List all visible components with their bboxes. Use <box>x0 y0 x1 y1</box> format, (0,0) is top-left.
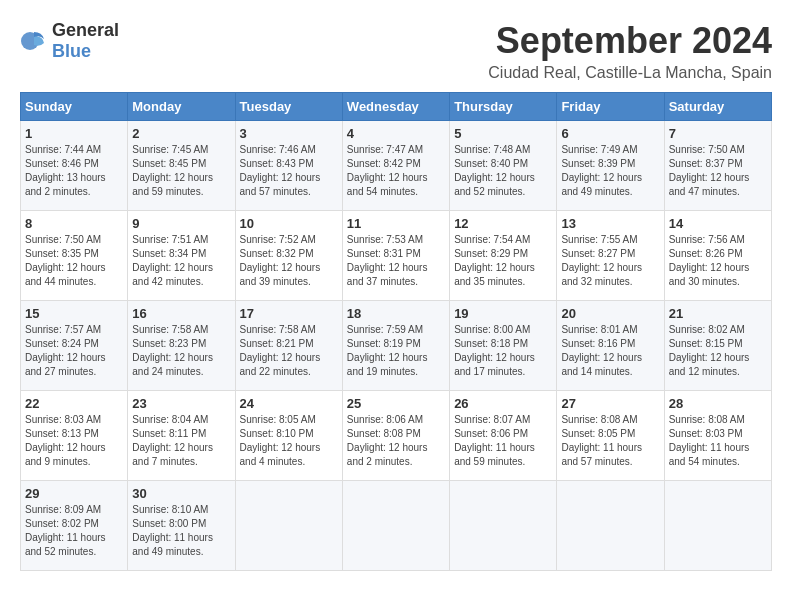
cell-content: Sunrise: 8:08 AMSunset: 8:03 PMDaylight:… <box>669 413 767 469</box>
table-cell <box>450 481 557 571</box>
day-number: 24 <box>240 396 338 411</box>
table-cell: 9 Sunrise: 7:51 AMSunset: 8:34 PMDayligh… <box>128 211 235 301</box>
day-number: 28 <box>669 396 767 411</box>
cell-content: Sunrise: 7:50 AMSunset: 8:35 PMDaylight:… <box>25 233 123 289</box>
table-cell: 12 Sunrise: 7:54 AMSunset: 8:29 PMDaylig… <box>450 211 557 301</box>
table-cell: 21 Sunrise: 8:02 AMSunset: 8:15 PMDaylig… <box>664 301 771 391</box>
cell-content: Sunrise: 7:52 AMSunset: 8:32 PMDaylight:… <box>240 233 338 289</box>
cell-content: Sunrise: 8:03 AMSunset: 8:13 PMDaylight:… <box>25 413 123 469</box>
cell-content: Sunrise: 7:45 AMSunset: 8:45 PMDaylight:… <box>132 143 230 199</box>
table-cell: 16 Sunrise: 7:58 AMSunset: 8:23 PMDaylig… <box>128 301 235 391</box>
cell-content: Sunrise: 8:01 AMSunset: 8:16 PMDaylight:… <box>561 323 659 379</box>
table-cell: 11 Sunrise: 7:53 AMSunset: 8:31 PMDaylig… <box>342 211 449 301</box>
table-cell: 14 Sunrise: 7:56 AMSunset: 8:26 PMDaylig… <box>664 211 771 301</box>
table-cell: 28 Sunrise: 8:08 AMSunset: 8:03 PMDaylig… <box>664 391 771 481</box>
logo-icon <box>20 27 48 55</box>
table-cell: 1 Sunrise: 7:44 AMSunset: 8:46 PMDayligh… <box>21 121 128 211</box>
table-cell: 2 Sunrise: 7:45 AMSunset: 8:45 PMDayligh… <box>128 121 235 211</box>
table-cell: 3 Sunrise: 7:46 AMSunset: 8:43 PMDayligh… <box>235 121 342 211</box>
table-row: 22 Sunrise: 8:03 AMSunset: 8:13 PMDaylig… <box>21 391 772 481</box>
day-number: 6 <box>561 126 659 141</box>
day-number: 20 <box>561 306 659 321</box>
table-cell: 19 Sunrise: 8:00 AMSunset: 8:18 PMDaylig… <box>450 301 557 391</box>
day-number: 12 <box>454 216 552 231</box>
table-cell: 23 Sunrise: 8:04 AMSunset: 8:11 PMDaylig… <box>128 391 235 481</box>
day-number: 22 <box>25 396 123 411</box>
cell-content: Sunrise: 7:46 AMSunset: 8:43 PMDaylight:… <box>240 143 338 199</box>
cell-content: Sunrise: 7:58 AMSunset: 8:23 PMDaylight:… <box>132 323 230 379</box>
day-number: 11 <box>347 216 445 231</box>
cell-content: Sunrise: 7:54 AMSunset: 8:29 PMDaylight:… <box>454 233 552 289</box>
cell-content: Sunrise: 8:00 AMSunset: 8:18 PMDaylight:… <box>454 323 552 379</box>
cell-content: Sunrise: 8:10 AMSunset: 8:00 PMDaylight:… <box>132 503 230 559</box>
logo-general: General <box>52 20 119 40</box>
cell-content: Sunrise: 7:59 AMSunset: 8:19 PMDaylight:… <box>347 323 445 379</box>
header-thursday: Thursday <box>450 93 557 121</box>
day-number: 2 <box>132 126 230 141</box>
header-monday: Monday <box>128 93 235 121</box>
day-number: 18 <box>347 306 445 321</box>
day-number: 1 <box>25 126 123 141</box>
table-cell: 27 Sunrise: 8:08 AMSunset: 8:05 PMDaylig… <box>557 391 664 481</box>
day-number: 21 <box>669 306 767 321</box>
day-number: 27 <box>561 396 659 411</box>
cell-content: Sunrise: 7:51 AMSunset: 8:34 PMDaylight:… <box>132 233 230 289</box>
cell-content: Sunrise: 7:58 AMSunset: 8:21 PMDaylight:… <box>240 323 338 379</box>
day-number: 7 <box>669 126 767 141</box>
cell-content: Sunrise: 7:56 AMSunset: 8:26 PMDaylight:… <box>669 233 767 289</box>
table-cell <box>557 481 664 571</box>
table-cell: 15 Sunrise: 7:57 AMSunset: 8:24 PMDaylig… <box>21 301 128 391</box>
table-cell: 18 Sunrise: 7:59 AMSunset: 8:19 PMDaylig… <box>342 301 449 391</box>
header-friday: Friday <box>557 93 664 121</box>
cell-content: Sunrise: 7:50 AMSunset: 8:37 PMDaylight:… <box>669 143 767 199</box>
table-cell <box>235 481 342 571</box>
day-number: 23 <box>132 396 230 411</box>
logo-blue: Blue <box>52 41 91 61</box>
day-number: 16 <box>132 306 230 321</box>
logo: General Blue <box>20 20 119 62</box>
cell-content: Sunrise: 8:07 AMSunset: 8:06 PMDaylight:… <box>454 413 552 469</box>
day-number: 19 <box>454 306 552 321</box>
cell-content: Sunrise: 8:05 AMSunset: 8:10 PMDaylight:… <box>240 413 338 469</box>
day-number: 26 <box>454 396 552 411</box>
cell-content: Sunrise: 7:49 AMSunset: 8:39 PMDaylight:… <box>561 143 659 199</box>
day-number: 9 <box>132 216 230 231</box>
day-number: 29 <box>25 486 123 501</box>
table-row: 15 Sunrise: 7:57 AMSunset: 8:24 PMDaylig… <box>21 301 772 391</box>
day-number: 8 <box>25 216 123 231</box>
calendar-table: Sunday Monday Tuesday Wednesday Thursday… <box>20 92 772 571</box>
day-number: 10 <box>240 216 338 231</box>
table-cell: 6 Sunrise: 7:49 AMSunset: 8:39 PMDayligh… <box>557 121 664 211</box>
table-row: 29 Sunrise: 8:09 AMSunset: 8:02 PMDaylig… <box>21 481 772 571</box>
day-number: 15 <box>25 306 123 321</box>
day-number: 17 <box>240 306 338 321</box>
table-cell: 29 Sunrise: 8:09 AMSunset: 8:02 PMDaylig… <box>21 481 128 571</box>
month-title: September 2024 <box>488 20 772 62</box>
cell-content: Sunrise: 7:57 AMSunset: 8:24 PMDaylight:… <box>25 323 123 379</box>
day-number: 4 <box>347 126 445 141</box>
cell-content: Sunrise: 7:53 AMSunset: 8:31 PMDaylight:… <box>347 233 445 289</box>
day-number: 25 <box>347 396 445 411</box>
day-number: 13 <box>561 216 659 231</box>
day-number: 3 <box>240 126 338 141</box>
cell-content: Sunrise: 8:04 AMSunset: 8:11 PMDaylight:… <box>132 413 230 469</box>
header: General Blue September 2024 Ciudad Real,… <box>20 20 772 82</box>
table-cell <box>342 481 449 571</box>
table-cell <box>664 481 771 571</box>
table-cell: 20 Sunrise: 8:01 AMSunset: 8:16 PMDaylig… <box>557 301 664 391</box>
cell-content: Sunrise: 8:08 AMSunset: 8:05 PMDaylight:… <box>561 413 659 469</box>
table-row: 1 Sunrise: 7:44 AMSunset: 8:46 PMDayligh… <box>21 121 772 211</box>
cell-content: Sunrise: 7:44 AMSunset: 8:46 PMDaylight:… <box>25 143 123 199</box>
cell-content: Sunrise: 8:06 AMSunset: 8:08 PMDaylight:… <box>347 413 445 469</box>
cell-content: Sunrise: 7:55 AMSunset: 8:27 PMDaylight:… <box>561 233 659 289</box>
table-cell: 26 Sunrise: 8:07 AMSunset: 8:06 PMDaylig… <box>450 391 557 481</box>
title-area: September 2024 Ciudad Real, Castille-La … <box>488 20 772 82</box>
cell-content: Sunrise: 8:09 AMSunset: 8:02 PMDaylight:… <box>25 503 123 559</box>
day-number: 30 <box>132 486 230 501</box>
table-cell: 5 Sunrise: 7:48 AMSunset: 8:40 PMDayligh… <box>450 121 557 211</box>
table-cell: 22 Sunrise: 8:03 AMSunset: 8:13 PMDaylig… <box>21 391 128 481</box>
cell-content: Sunrise: 8:02 AMSunset: 8:15 PMDaylight:… <box>669 323 767 379</box>
table-row: 8 Sunrise: 7:50 AMSunset: 8:35 PMDayligh… <box>21 211 772 301</box>
header-saturday: Saturday <box>664 93 771 121</box>
header-row: Sunday Monday Tuesday Wednesday Thursday… <box>21 93 772 121</box>
